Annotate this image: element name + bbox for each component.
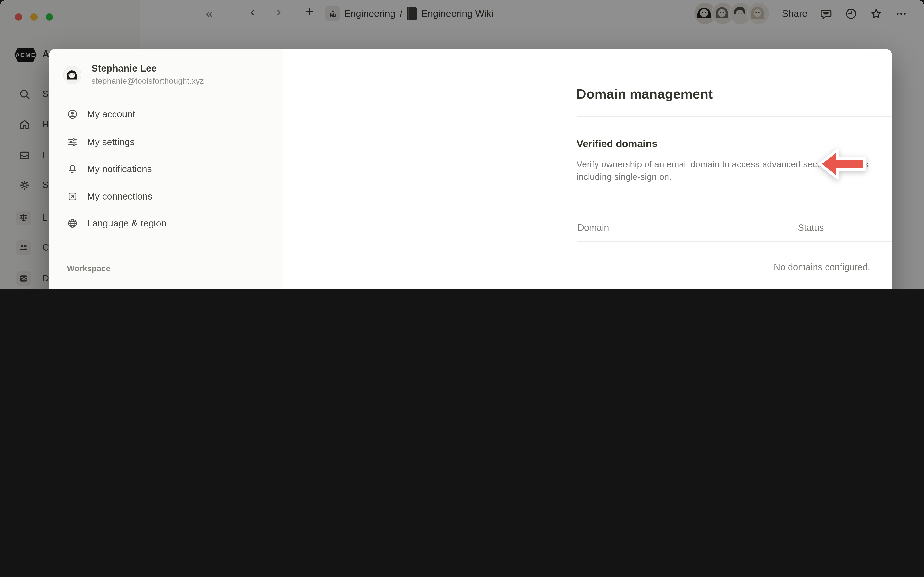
table-header-border	[577, 242, 892, 242]
pointer-arrow	[817, 146, 867, 182]
arrow-up-right-square-icon	[67, 191, 78, 202]
user-name: Stephanie Lee	[91, 63, 157, 74]
person-circle-icon	[67, 108, 78, 119]
nav-settings[interactable]: Settings	[61, 283, 275, 288]
nav-my-connections[interactable]: My connections	[61, 185, 275, 207]
sliders-icon	[67, 136, 78, 147]
column-header-domain: Domain	[577, 222, 609, 233]
nav-my-notifications[interactable]: My notifications	[61, 158, 275, 180]
user-email: stephanie@toolsforthought.xyz	[91, 76, 204, 86]
table-empty-state: No domains configured.	[577, 262, 892, 272]
nav-my-account[interactable]: My account	[61, 103, 275, 125]
nav-my-settings[interactable]: My settings	[61, 131, 275, 153]
divider	[577, 116, 892, 117]
nav-label: Language & region	[87, 218, 166, 229]
settings-modal: Stephanie Lee stephanie@toolsforthought.…	[49, 48, 892, 288]
nav-label: My notifications	[87, 163, 152, 174]
user-avatar	[63, 66, 81, 84]
settings-content: Domain management Verified domains Verif…	[283, 48, 892, 288]
workspace-section-label: Workspace	[67, 264, 110, 274]
globe-icon	[67, 218, 78, 229]
table-top-border	[577, 213, 892, 213]
page-title: Domain management	[577, 87, 892, 102]
nav-language-region[interactable]: Language & region	[61, 212, 275, 234]
nav-label: My settings	[87, 136, 134, 147]
column-header-status: Status	[798, 222, 824, 233]
notion-window: ACME A S H I S L C D	[0, 0, 924, 288]
bell-icon	[67, 163, 78, 174]
settings-sidebar: Stephanie Lee stephanie@toolsforthought.…	[49, 48, 283, 288]
nav-label: My account	[87, 108, 135, 119]
nav-label: My connections	[87, 191, 152, 202]
